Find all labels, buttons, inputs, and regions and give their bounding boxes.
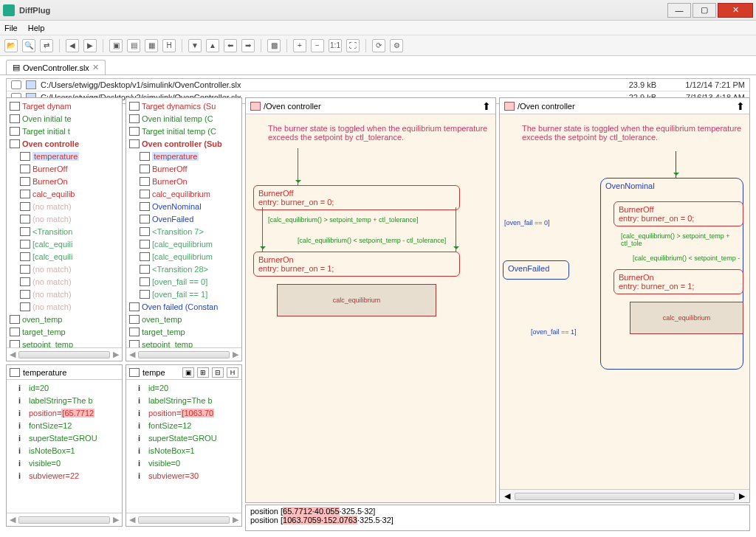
transition-label: [oven_fail == 0] — [504, 219, 550, 226]
tree-node[interactable]: [oven_fail == 0] — [126, 275, 241, 288]
tree-node[interactable]: (no match) — [7, 212, 122, 225]
tab-ovencontroller[interactable]: ▤ OvenController.slx ✕ — [6, 60, 106, 75]
minimize-button[interactable]: — — [667, 3, 691, 18]
state-burneroff[interactable]: BurnerOffentry: burner_on = 0; — [253, 185, 460, 210]
zoom-11-icon[interactable]: 1:1 — [329, 39, 342, 52]
refresh-icon[interactable]: ⟳ — [372, 39, 385, 52]
toolbar: 📂 🔍 ⇄ ◀ ▶ ▣ ▤ ▦ H ▼ ▲ ⬅ ➡ ▩ + − 1:1 ⛶ ⟳ … — [0, 35, 756, 56]
compare-icon[interactable]: ⇄ — [40, 39, 53, 52]
transition-label: [calc_equilibrium() < setpoint_temp - — [633, 254, 740, 262]
tree-node[interactable]: Target dynamics (Su — [126, 100, 241, 112]
nav-right-icon[interactable]: ▶ — [83, 39, 97, 52]
diagram-left[interactable]: /Oven controller ⬆ The burner state is t… — [245, 97, 496, 503]
tree-node[interactable]: <Transition 28> — [126, 263, 241, 275]
tree-node[interactable]: oven_temp — [7, 313, 122, 325]
transition-arrow — [298, 148, 298, 185]
tree-node[interactable]: [calc_equilibrium — [126, 238, 241, 250]
props-right-scroll[interactable]: ◀▶ — [126, 513, 241, 526]
prop-row: ivisible=0 — [126, 457, 241, 469]
expand-icon[interactable]: ▣ — [109, 39, 123, 52]
legend-icon[interactable]: ▩ — [267, 39, 281, 52]
tree-node[interactable]: BurnerOn — [126, 175, 241, 187]
tree-node[interactable]: (no match) — [7, 275, 122, 288]
tree-node[interactable]: [calc_equilibrium — [126, 250, 241, 263]
open-icon[interactable]: 📂 — [4, 39, 18, 52]
tree-node[interactable]: BurnerOn — [7, 175, 122, 187]
nav-left-icon[interactable]: ◀ — [66, 39, 79, 52]
merge-left-icon[interactable]: ⬅ — [224, 39, 237, 52]
up-arrow-icon[interactable]: ⬆ — [482, 100, 491, 112]
tree-node[interactable]: BurnerOff — [126, 162, 241, 175]
file-size-left: 23.9 kB — [605, 80, 656, 89]
tree-node[interactable]: (no match) — [7, 200, 122, 212]
zoom-out-icon[interactable]: − — [311, 39, 324, 52]
prop-btn-2[interactable]: ⊞ — [197, 367, 209, 378]
maximize-button[interactable]: ▢ — [693, 3, 716, 18]
state-burneroff[interactable]: BurnerOffentry: burner_on = 0; — [614, 201, 743, 226]
merge-down-icon[interactable]: ▼ — [188, 39, 202, 52]
settings-icon[interactable]: ⚙ — [390, 39, 403, 52]
tab-label: OvenController.slx — [23, 63, 89, 72]
tree-right-scroll[interactable]: ◀▶ — [126, 347, 241, 361]
tree-node[interactable]: oven_temp — [126, 313, 241, 325]
tree-left-scroll[interactable]: ◀▶ — [7, 347, 122, 361]
tree-node[interactable]: OvenFailed — [126, 212, 241, 225]
diagram-right-hscroll[interactable]: ◀▶ — [500, 489, 749, 502]
tree-node[interactable]: target_temp — [126, 325, 241, 338]
tree-left[interactable]: Target dynamOven initial teTarget initia… — [6, 97, 123, 361]
menu-file[interactable]: File — [4, 24, 18, 32]
tree-node[interactable]: calc_equilib — [7, 187, 122, 200]
tree-node[interactable]: (no match) — [7, 263, 122, 275]
tree-node[interactable]: Oven controller (Sub — [126, 137, 241, 150]
tree-node[interactable]: Oven initial te — [7, 112, 122, 125]
tree-node[interactable]: target_temp — [7, 325, 122, 338]
tab-close-icon[interactable]: ✕ — [92, 63, 99, 72]
tree-node[interactable]: <Transition 7> — [126, 225, 241, 238]
tree-node[interactable]: BurnerOff — [7, 162, 122, 175]
tab-icon: ▤ — [13, 63, 20, 72]
tree-node[interactable]: [oven_fail == 1] — [126, 288, 241, 300]
grid-icon[interactable]: ▦ — [145, 39, 158, 52]
tree-node[interactable]: temperature — [126, 150, 241, 162]
tree-node[interactable]: Target dynam — [7, 100, 122, 112]
prop-row: isubviewer=30 — [126, 469, 241, 482]
sub-calcequilibrium[interactable]: calc_equilibrium — [630, 302, 743, 334]
props-left-scroll[interactable]: ◀▶ — [7, 513, 122, 526]
close-button[interactable]: ✕ — [718, 3, 753, 18]
tree-node[interactable]: <Transition — [7, 225, 122, 238]
zoom-in-icon[interactable]: + — [293, 39, 306, 52]
prop-row: ivisible=0 — [7, 457, 122, 469]
tree-node[interactable]: calc_equilibrium — [126, 187, 241, 200]
state-burneron[interactable]: BurnerOnentry: burner_on = 1; — [614, 269, 743, 294]
state-burneron[interactable]: BurnerOnentry: burner_on = 1; — [253, 252, 460, 277]
prop-btn-h[interactable]: H — [227, 367, 238, 378]
tree-node[interactable]: Oven initial temp (C — [126, 112, 241, 125]
tree-node[interactable]: (no match) — [7, 288, 122, 300]
sub-calcequilibrium[interactable]: calc_equilibrium — [277, 284, 436, 316]
tree-right[interactable]: Target dynamics (SuOven initial temp (CT… — [126, 97, 242, 361]
up-arrow-icon[interactable]: ⬆ — [736, 100, 745, 112]
tree-node[interactable]: [calc_equili — [7, 250, 122, 263]
collapse-icon[interactable]: ▤ — [127, 39, 140, 52]
diagram-right[interactable]: /Oven controller ⬆ The burner state is t… — [499, 97, 750, 503]
prop-btn-3[interactable]: ⊟ — [212, 367, 224, 378]
state-ovenfailed[interactable]: OvenFailed — [503, 260, 569, 280]
prop-btn-1[interactable]: ▣ — [182, 367, 194, 378]
tree-node[interactable]: OvenNominal — [126, 200, 241, 212]
tree-node[interactable]: setpoint_temp — [126, 338, 241, 347]
tree-node[interactable]: temperature — [7, 150, 122, 162]
zoom-fit-icon[interactable]: ⛶ — [346, 39, 360, 52]
tree-node[interactable]: Oven controlle — [7, 137, 122, 150]
tree-node[interactable]: setpoint_temp — [7, 338, 122, 347]
tree-node[interactable]: Target initial t — [7, 125, 122, 137]
search-icon[interactable]: 🔍 — [22, 39, 35, 52]
menu-help[interactable]: Help — [28, 24, 45, 32]
tree-node[interactable]: Target initial temp (C — [126, 125, 241, 137]
prop-row: iid=20 — [7, 381, 122, 394]
merge-right-icon[interactable]: ➡ — [241, 39, 255, 52]
tree-node[interactable]: (no match) — [7, 300, 122, 313]
merge-up-icon[interactable]: ▲ — [206, 39, 219, 52]
tree-node[interactable]: Oven failed (Constan — [126, 300, 241, 313]
tree-node[interactable]: [calc_equili — [7, 238, 122, 250]
hier-icon[interactable]: H — [162, 39, 176, 52]
